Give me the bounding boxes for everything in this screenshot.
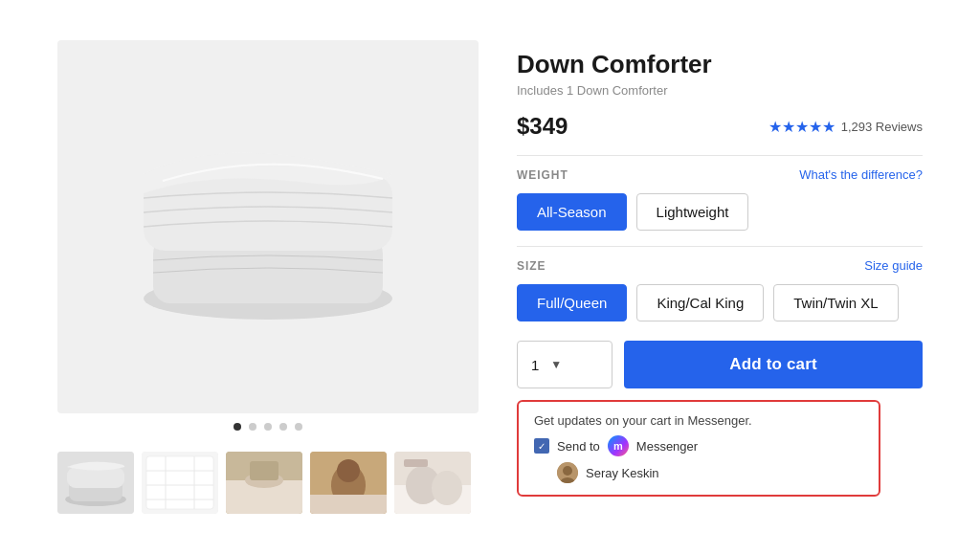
product-subtitle: Includes 1 Down Comforter xyxy=(517,83,923,98)
size-header: SIZE Size guide xyxy=(517,258,923,273)
thumbnail-3[interactable] xyxy=(226,452,302,514)
star-rating: ★★★★★ xyxy=(768,118,835,136)
size-option-full-queen[interactable]: Full/Queen xyxy=(517,284,627,321)
svg-point-25 xyxy=(432,471,462,505)
user-info-row: Seray Keskin xyxy=(534,462,863,483)
dot-2[interactable] xyxy=(249,423,256,431)
product-page: Down Comforter Includes 1 Down Comforter… xyxy=(19,21,961,533)
messenger-box: Get updates on your cart in Messenger. ✓… xyxy=(517,400,880,497)
quantity-value: 1 xyxy=(531,357,539,373)
svg-rect-26 xyxy=(404,459,428,467)
rating-group: ★★★★★ 1,293 Reviews xyxy=(768,118,923,136)
chevron-down-icon: ▼ xyxy=(550,358,562,371)
image-dots xyxy=(57,423,479,440)
dot-5[interactable] xyxy=(295,423,302,431)
thumbnail-strip xyxy=(57,452,479,514)
size-label: SIZE xyxy=(517,259,546,273)
product-title: Down Comforter xyxy=(517,50,923,79)
svg-rect-21 xyxy=(310,495,387,514)
add-to-cart-row: 1 ▼ Add to cart xyxy=(517,341,923,388)
quantity-selector[interactable]: 1 ▼ xyxy=(517,341,612,388)
comforter-svg xyxy=(124,107,412,346)
messenger-send-row[interactable]: ✓ Send to m Messenger xyxy=(534,435,863,456)
size-option-king[interactable]: King/Cal King xyxy=(636,284,764,321)
thumbnail-4[interactable] xyxy=(310,452,387,514)
divider-1 xyxy=(517,155,923,156)
user-name: Seray Keskin xyxy=(586,466,659,480)
messenger-logo-icon: m xyxy=(608,435,629,456)
thumbnail-1[interactable] xyxy=(57,452,134,514)
price-rating-row: $349 ★★★★★ 1,293 Reviews xyxy=(517,113,923,140)
thumbnail-2[interactable] xyxy=(142,452,218,514)
right-panel: Down Comforter Includes 1 Down Comforter… xyxy=(517,40,923,514)
weight-header: WEIGHT What's the difference? xyxy=(517,167,923,182)
dot-1[interactable] xyxy=(234,423,241,431)
size-guide-link[interactable]: Size guide xyxy=(864,258,923,273)
svg-rect-8 xyxy=(146,456,213,509)
whats-difference-link[interactable]: What's the difference? xyxy=(799,167,923,182)
add-to-cart-button[interactable]: Add to cart xyxy=(624,341,923,388)
reviews-count: 1,293 Reviews xyxy=(841,120,923,134)
size-options: Full/Queen King/Cal King Twin/Twin XL xyxy=(517,284,923,321)
weight-option-all-season[interactable]: All-Season xyxy=(517,193,627,231)
main-product-image xyxy=(57,40,479,413)
size-option-twin[interactable]: Twin/Twin XL xyxy=(773,284,898,321)
messenger-checkbox[interactable]: ✓ xyxy=(534,438,549,454)
messenger-service-label: Messenger xyxy=(636,439,698,454)
weight-label: WEIGHT xyxy=(517,168,568,182)
svg-point-20 xyxy=(337,459,360,482)
product-price: $349 xyxy=(517,113,568,140)
svg-rect-2 xyxy=(144,174,392,251)
svg-rect-17 xyxy=(250,461,278,480)
weight-options: All-Season Lightweight xyxy=(517,193,923,231)
messenger-promo-text: Get updates on your cart in Messenger. xyxy=(534,413,863,428)
weight-option-lightweight[interactable]: Lightweight xyxy=(636,193,749,231)
thumbnail-5[interactable] xyxy=(394,452,471,514)
svg-point-28 xyxy=(563,466,572,476)
left-panel xyxy=(57,40,479,514)
send-to-label: Send to xyxy=(557,439,600,454)
divider-2 xyxy=(517,246,923,247)
user-avatar xyxy=(557,462,578,483)
dot-4[interactable] xyxy=(279,423,287,431)
dot-3[interactable] xyxy=(264,423,272,431)
